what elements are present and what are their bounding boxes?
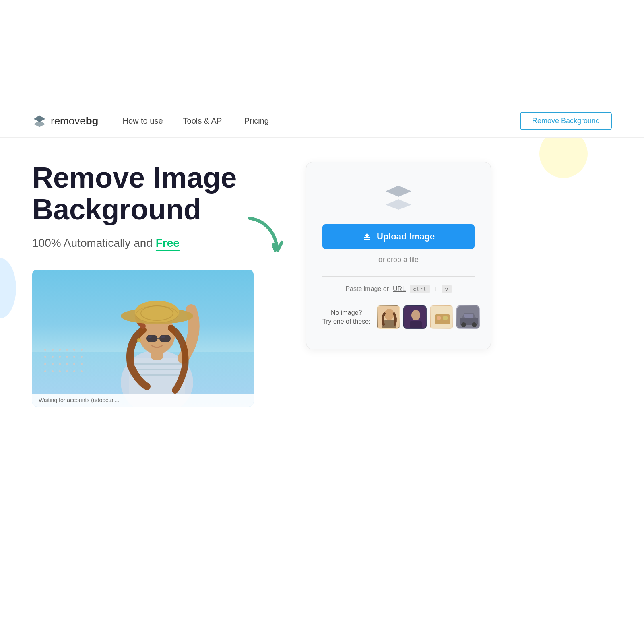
- upload-icon-area: [322, 182, 475, 212]
- svg-rect-29: [410, 321, 422, 329]
- bottom-area: [0, 439, 644, 640]
- svg-rect-38: [464, 314, 473, 318]
- sample-section: No image? Try one of these:: [322, 305, 475, 329]
- green-arrow: [242, 210, 294, 262]
- svg-marker-19: [386, 186, 411, 197]
- nav-links: How to use Tools & API Pricing: [122, 116, 520, 126]
- svg-point-37: [472, 322, 477, 327]
- main-content: Remove Image Background 100% Automatical…: [0, 138, 644, 439]
- free-word: Free: [156, 237, 180, 250]
- shortcut-v: v: [442, 285, 451, 293]
- svg-rect-13: [146, 335, 157, 342]
- card-divider: [322, 276, 475, 277]
- nav-tools-api[interactable]: Tools & API: [183, 116, 224, 126]
- sample-label: No image? Try one of these:: [322, 308, 370, 326]
- nav-remove-background-button[interactable]: Remove Background: [520, 112, 612, 130]
- svg-rect-22: [364, 239, 370, 240]
- sample-thumb-man[interactable]: [403, 305, 427, 329]
- sample-thumb-car[interactable]: [456, 305, 480, 329]
- svg-rect-14: [159, 335, 171, 342]
- svg-rect-32: [437, 316, 441, 320]
- svg-rect-33: [443, 316, 448, 320]
- sample-images-row: [377, 305, 480, 329]
- dots-pattern: [44, 349, 85, 374]
- svg-marker-1: [34, 120, 45, 127]
- svg-point-28: [411, 310, 420, 320]
- svg-marker-23: [365, 233, 369, 237]
- paste-area: Paste image or URL ctrl + v: [322, 285, 475, 293]
- left-side: Remove Image Background 100% Automatical…: [32, 162, 282, 407]
- svg-point-25: [384, 309, 394, 320]
- hero-woman-image: [87, 278, 227, 407]
- hero-photo: Waiting for accounts (adobe.ai...: [32, 270, 254, 407]
- plus-sign: +: [434, 285, 438, 293]
- top-spacer: [0, 0, 644, 105]
- right-side: Upload Image or drop a file Paste image …: [306, 162, 491, 349]
- url-link[interactable]: URL: [393, 285, 406, 293]
- logo-icon: [32, 114, 47, 128]
- svg-point-16: [148, 336, 152, 338]
- blue-blob-decoration: [0, 258, 16, 318]
- svg-rect-21: [364, 237, 370, 238]
- navbar: removebg How to use Tools & API Pricing …: [0, 105, 644, 138]
- layers-icon: [382, 182, 415, 211]
- nav-pricing[interactable]: Pricing: [244, 116, 269, 126]
- drop-file-text: or drop a file: [322, 256, 475, 264]
- nav-how-to-use[interactable]: How to use: [122, 116, 163, 126]
- brand-logo-text: removebg: [51, 115, 98, 127]
- svg-marker-20: [386, 199, 411, 210]
- upload-card: Upload Image or drop a file Paste image …: [306, 162, 491, 349]
- upload-image-button[interactable]: Upload Image: [322, 224, 475, 249]
- image-status-bar: Waiting for accounts (adobe.ai...: [32, 394, 254, 407]
- svg-point-17: [161, 336, 165, 338]
- shortcut-ctrl: ctrl: [410, 285, 430, 293]
- sample-thumb-woman[interactable]: [377, 305, 400, 329]
- upload-arrow-icon: [362, 232, 372, 242]
- logo-area: removebg: [32, 114, 98, 128]
- svg-point-18: [137, 338, 141, 342]
- sample-thumb-food[interactable]: [430, 305, 453, 329]
- svg-point-36: [461, 322, 466, 327]
